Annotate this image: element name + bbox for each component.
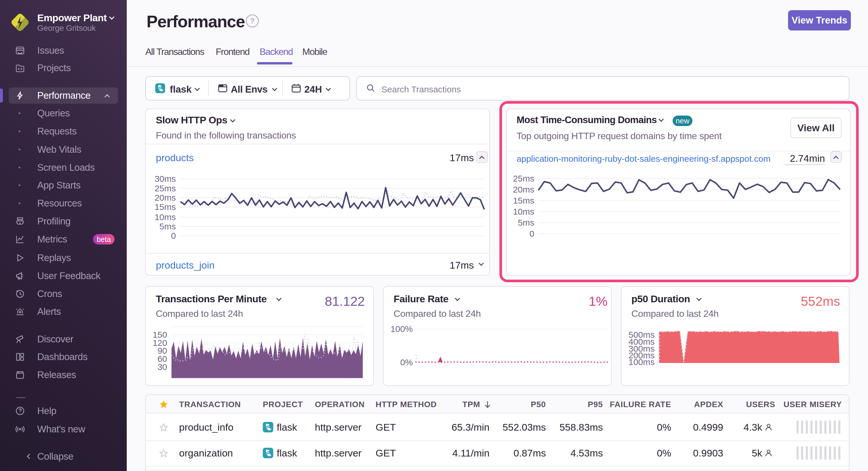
svg-text:?: ? bbox=[250, 16, 255, 25]
